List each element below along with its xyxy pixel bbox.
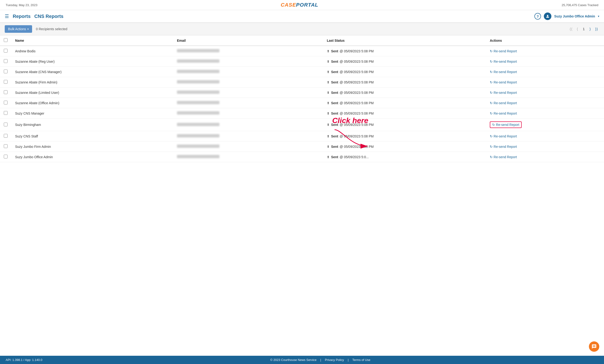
row-status: ⬆ Sent @ 05/09/2023 5:08 PM	[323, 98, 486, 108]
resend-icon: ↻	[490, 80, 493, 84]
nav-cns-reports-link[interactable]: CNS Reports	[35, 14, 63, 19]
row-select-checkbox[interactable]	[4, 70, 8, 73]
status-cell: ⬆ Sent @ 05/09/2023 5:08 PM	[327, 49, 482, 53]
row-action: ↻ Re-send Report	[486, 46, 604, 56]
row-select-checkbox[interactable]	[4, 122, 8, 126]
recipients-table: Name Email Last Status Actions Andrew Bo…	[0, 35, 604, 162]
status-datetime: @ 05/09/2023 5:08 PM	[340, 49, 374, 53]
row-select-checkbox[interactable]	[4, 49, 8, 53]
resend-icon: ↻	[490, 155, 493, 159]
toolbar-left: Bulk Actions ▾ 0 Recipients selected	[5, 25, 67, 33]
row-name: Andrew Bodis	[11, 46, 173, 56]
row-select-checkbox[interactable]	[4, 59, 8, 63]
page-number: 1	[581, 27, 587, 31]
resend-report-button[interactable]: ↻ Re-send Report	[490, 145, 517, 148]
row-name: Suzy CNS Staff	[11, 131, 173, 141]
table-row: Suzy CNS Manager ⬆ Sent @ 05/09/2023 5:0…	[0, 108, 604, 119]
select-all-header	[0, 35, 11, 46]
resend-report-button[interactable]: ↻ Re-send Report	[490, 121, 522, 128]
resend-report-button[interactable]: ↻ Re-send Report	[490, 101, 517, 105]
row-select-checkbox[interactable]	[4, 155, 8, 158]
resend-report-button[interactable]: ↻ Re-send Report	[490, 60, 517, 63]
row-select-checkbox[interactable]	[4, 134, 8, 138]
logo-portal: PORTAL	[296, 2, 318, 8]
email-blurred-value	[177, 134, 219, 137]
status-datetime: @ 05/09/2023 5:08 PM	[340, 145, 374, 148]
upload-icon: ⬆	[327, 70, 330, 74]
row-status: ⬆ Sent @ 05/09/2023 5:0...	[323, 152, 486, 162]
hamburger-icon[interactable]: ☰	[5, 13, 9, 19]
resend-label: Re-send Report	[494, 80, 517, 84]
resend-report-button[interactable]: ↻ Re-send Report	[490, 155, 517, 159]
recipients-selected-label: 0 Recipients selected	[36, 27, 67, 31]
upload-icon: ⬆	[327, 60, 330, 63]
resend-label: Re-send Report	[494, 60, 517, 63]
help-icon[interactable]: ?	[534, 13, 541, 20]
row-checkbox-cell	[0, 56, 11, 67]
recipients-table-container: Name Email Last Status Actions Andrew Bo…	[0, 35, 604, 162]
upload-icon: ⬆	[327, 101, 330, 105]
status-datetime: @ 05/09/2023 5:08 PM	[340, 134, 374, 138]
bulk-actions-button[interactable]: Bulk Actions ▾	[5, 25, 32, 33]
select-all-checkbox[interactable]	[4, 38, 8, 42]
row-email	[173, 108, 323, 119]
row-action: ↻ Re-send Report	[486, 131, 604, 141]
row-select-checkbox[interactable]	[4, 111, 8, 115]
status-datetime: @ 05/09/2023 5:08 PM	[340, 91, 374, 95]
user-name-label[interactable]: Suzy Jumbo Office Admin	[554, 14, 595, 18]
row-checkbox-cell	[0, 119, 11, 131]
row-name: Suzanne Abate (Office Admin)	[11, 98, 173, 108]
first-page-button[interactable]: ⟨⟨	[568, 26, 574, 32]
resend-report-button[interactable]: ↻ Re-send Report	[490, 80, 517, 84]
user-menu-chevron-icon[interactable]: ▾	[598, 15, 599, 18]
sent-label: Sent	[331, 111, 338, 115]
resend-report-button[interactable]: ↻ Re-send Report	[490, 49, 517, 53]
row-checkbox-cell	[0, 77, 11, 87]
next-page-button[interactable]: ⟩	[588, 26, 592, 32]
email-blurred-value	[177, 91, 219, 94]
sent-label: Sent	[331, 155, 338, 159]
email-blurred-value	[177, 49, 219, 52]
sent-label: Sent	[331, 91, 338, 95]
row-select-checkbox[interactable]	[4, 101, 8, 104]
pagination-controls: ⟨⟨ ⟨ 1 ⟩ ⟩⟩	[568, 26, 599, 32]
row-checkbox-cell	[0, 152, 11, 162]
status-cell: ⬆ Sent @ 05/09/2023 5:08 PM	[327, 101, 482, 105]
prev-page-button[interactable]: ⟨	[575, 26, 579, 32]
sent-label: Sent	[331, 80, 338, 84]
resend-icon: ↻	[490, 101, 493, 105]
resend-report-button[interactable]: ↻ Re-send Report	[490, 134, 517, 138]
row-action: ↻ Re-send Report	[486, 141, 604, 152]
status-cell: ⬆ Sent @ 05/09/2023 5:08 PM	[327, 60, 482, 63]
row-status: ⬆ Sent @ 05/09/2023 5:08 PM	[323, 131, 486, 141]
row-email	[173, 87, 323, 98]
last-page-button[interactable]: ⟩⟩	[594, 26, 599, 32]
sent-label: Sent	[331, 70, 338, 74]
top-bar: Tuesday, May 23, 2023 CASEPORTAL 25,706,…	[0, 0, 604, 10]
sent-label: Sent	[331, 49, 338, 53]
row-status: ⬆ Sent @ 05/09/2023 5:08 PM	[323, 119, 486, 131]
resend-report-button[interactable]: ↻ Re-send Report	[490, 91, 517, 95]
row-action: ↻ Re-send Report	[486, 77, 604, 87]
resend-report-button[interactable]: ↻ Re-send Report	[490, 111, 517, 115]
row-name: Suzy CNS Manager	[11, 108, 173, 119]
row-name: Suzy Jumbo Firm Admin	[11, 141, 173, 152]
resend-label: Re-send Report	[494, 91, 517, 95]
row-select-checkbox[interactable]	[4, 144, 8, 148]
resend-label: Re-send Report	[494, 155, 517, 159]
user-avatar-icon[interactable]	[544, 12, 551, 20]
row-status: ⬆ Sent @ 05/09/2023 5:08 PM	[323, 46, 486, 56]
resend-report-button[interactable]: ↻ Re-send Report	[490, 70, 517, 74]
row-action: ↻ Re-send Report	[486, 98, 604, 108]
resend-icon: ↻	[492, 123, 495, 127]
row-select-checkbox[interactable]	[4, 80, 8, 84]
svg-point-0	[547, 15, 548, 16]
row-select-checkbox[interactable]	[4, 90, 8, 94]
resend-label: Re-send Report	[494, 134, 517, 138]
table-header-row: Name Email Last Status Actions	[0, 35, 604, 46]
nav-reports-link[interactable]: Reports	[13, 14, 31, 19]
status-cell: ⬆ Sent @ 05/09/2023 5:0...	[327, 155, 482, 159]
sent-label: Sent	[331, 134, 338, 138]
status-datetime: @ 05/09/2023 5:08 PM	[340, 80, 374, 84]
row-checkbox-cell	[0, 67, 11, 77]
